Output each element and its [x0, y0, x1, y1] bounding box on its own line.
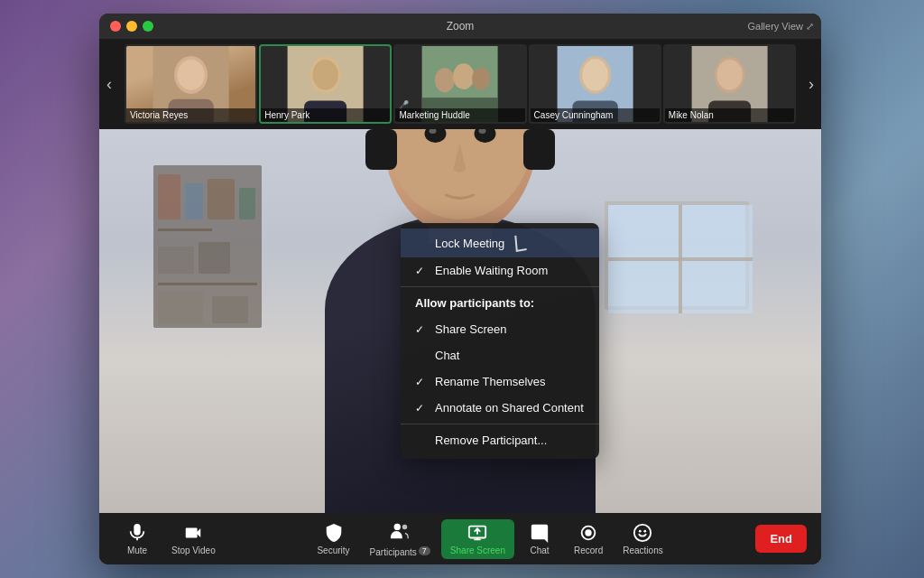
svg-point-47: [634, 524, 651, 540]
svg-rect-30: [158, 292, 203, 323]
share-screen-icon: [467, 523, 487, 543]
participant-name-marketing: Marketing Huddle: [395, 108, 524, 122]
title-bar: Zoom Gallery View ⤢: [99, 14, 821, 39]
reactions-icon: [633, 523, 652, 543]
strip-nav-right[interactable]: ›: [808, 75, 814, 94]
minimize-button[interactable]: [126, 21, 137, 32]
toolbar-center-group: Security Participants 7: [308, 517, 671, 561]
context-menu: Lock Meeting ✓ Enable Waiting Room Allow…: [401, 223, 599, 459]
svg-rect-27: [158, 247, 194, 274]
participants-count-badge: 7: [419, 546, 430, 555]
menu-item-lock-meeting[interactable]: Lock Meeting: [401, 228, 599, 257]
chat-menu-label: Chat: [435, 349, 459, 362]
headphone-right-cup: [523, 129, 555, 170]
mute-label: Mute: [127, 545, 147, 555]
menu-item-annotate[interactable]: ✓ Annotate on Shared Content: [401, 395, 599, 421]
svg-point-6: [313, 60, 339, 90]
share-screen-button[interactable]: Share Screen: [441, 519, 514, 559]
participant-name-henry: Henry Park: [261, 108, 390, 122]
record-label: Record: [574, 545, 603, 555]
share-screen-label: Share Screen: [450, 545, 505, 555]
record-icon: [578, 523, 598, 543]
room-shelf: [153, 165, 262, 328]
participant-name-casey: Casey Cunningham: [531, 108, 660, 122]
record-button[interactable]: Record: [565, 519, 612, 559]
participant-thumb-casey[interactable]: Casey Cunningham: [529, 44, 661, 124]
menu-divider-1: [401, 286, 599, 287]
svg-rect-22: [158, 174, 180, 219]
cursor-icon: [515, 234, 527, 252]
participants-button[interactable]: Participants 7: [361, 517, 439, 561]
toolbar-left-group: Mute Stop Video: [114, 519, 225, 559]
participant-name-victoria: Victoria Reyes: [126, 108, 255, 122]
chat-label: Chat: [530, 545, 549, 555]
close-button[interactable]: [110, 21, 121, 32]
toolbar-inner: Mute Stop Video Security: [114, 517, 807, 561]
strip-nav-left[interactable]: ‹: [106, 75, 112, 94]
svg-rect-23: [185, 183, 203, 219]
waiting-room-label: Enable Waiting Room: [435, 264, 548, 277]
reactions-label: Reactions: [623, 545, 662, 555]
svg-point-10: [453, 63, 475, 89]
svg-point-11: [472, 68, 490, 90]
participant-thumb-mike[interactable]: Mike Nolan: [663, 44, 796, 124]
security-label: Security: [317, 545, 349, 555]
security-icon: [324, 523, 344, 543]
stop-video-button[interactable]: Stop Video: [162, 519, 225, 559]
remove-participant-label: Remove Participant...: [435, 434, 547, 447]
expand-icon: ⤢: [806, 21, 814, 33]
headphone-left-cup: [365, 129, 397, 170]
maximize-button[interactable]: [143, 21, 153, 32]
toolbar: Mute Stop Video Security: [99, 513, 821, 564]
participants-label: Participants: [370, 547, 417, 557]
svg-point-19: [716, 60, 743, 90]
participant-thumb-victoria[interactable]: Victoria Reyes: [125, 44, 257, 124]
participants-icon: [390, 521, 410, 541]
menu-item-rename[interactable]: ✓ Rename Themselves: [401, 368, 599, 395]
main-video-area: Lock Meeting ✓ Enable Waiting Room Allow…: [99, 129, 821, 513]
gallery-view-label: Gallery View: [747, 21, 803, 32]
svg-rect-31: [212, 296, 248, 323]
rename-label: Rename Themselves: [435, 375, 546, 388]
reactions-button[interactable]: Reactions: [614, 519, 671, 559]
gallery-view-button[interactable]: Gallery View ⤢: [747, 21, 814, 33]
microphone-icon: [127, 523, 147, 543]
svg-point-2: [177, 60, 204, 90]
security-button[interactable]: Security: [308, 519, 358, 559]
chat-icon: [530, 523, 550, 543]
lock-meeting-label: Lock Meeting: [435, 237, 504, 250]
menu-item-chat[interactable]: Chat: [401, 342, 599, 368]
participant-thumb-marketing[interactable]: 🎤 Marketing Huddle: [393, 44, 526, 124]
svg-point-42: [394, 523, 401, 529]
svg-rect-29: [158, 283, 257, 285]
participants-icon-wrap: [390, 521, 410, 545]
video-icon: [183, 523, 203, 543]
participant-thumb-henry[interactable]: Henry Park: [259, 44, 392, 124]
share-screen-label: Share Screen: [435, 322, 507, 336]
menu-item-remove-participant[interactable]: Remove Participant...: [401, 427, 599, 453]
svg-rect-25: [239, 188, 255, 219]
svg-point-15: [582, 59, 608, 90]
check-waiting-room: ✓: [415, 265, 428, 277]
toolbar-right-group: End: [755, 525, 807, 553]
mute-button[interactable]: Mute: [114, 519, 161, 559]
end-button[interactable]: End: [755, 525, 807, 553]
svg-point-43: [402, 524, 408, 529]
svg-point-49: [644, 529, 647, 532]
svg-rect-28: [199, 242, 230, 274]
svg-point-9: [435, 68, 455, 92]
svg-rect-26: [158, 228, 212, 231]
person-head: [382, 129, 540, 233]
check-empty: [415, 237, 428, 249]
menu-item-share-screen[interactable]: ✓ Share Screen: [401, 316, 599, 342]
menu-divider-2: [401, 424, 599, 424]
window-controls: [110, 21, 153, 32]
participant-name-mike: Mike Nolan: [665, 108, 794, 122]
chat-button[interactable]: Chat: [516, 519, 563, 559]
menu-item-waiting-room[interactable]: ✓ Enable Waiting Room: [401, 257, 599, 284]
allow-participants-section: Allow participants to:: [401, 290, 599, 316]
participants-label-group: Participants 7: [370, 547, 430, 557]
stop-video-label: Stop Video: [171, 545, 216, 555]
annotate-label: Annotate on Shared Content: [435, 401, 584, 415]
svg-rect-24: [208, 179, 235, 219]
